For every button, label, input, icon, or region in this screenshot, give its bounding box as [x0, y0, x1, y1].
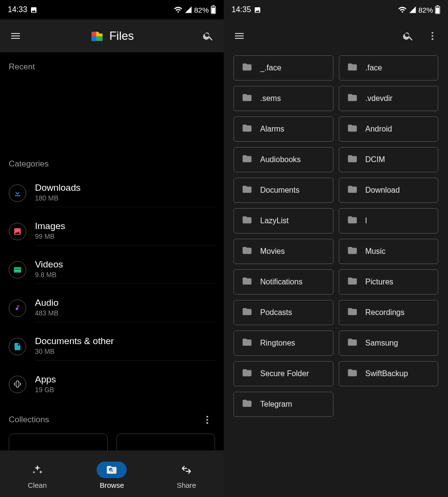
- folder-name: Secure Folder: [260, 369, 309, 378]
- folder-name: Recordings: [365, 308, 405, 317]
- category-size: 30 MB: [35, 348, 215, 355]
- category-item-audio[interactable]: Audio483 MB: [0, 289, 224, 327]
- files-app-folders-screen: 14:35 82%: [224, 0, 448, 497]
- folder-item[interactable]: _.face: [233, 55, 333, 81]
- search-button[interactable]: [398, 25, 419, 47]
- more-options-button[interactable]: [422, 25, 443, 47]
- folder-name: l: [365, 216, 367, 225]
- hamburger-menu-button[interactable]: [5, 25, 26, 47]
- browse-icon: [97, 462, 127, 478]
- svg-point-19: [431, 35, 433, 37]
- category-item-apps[interactable]: Apps19 GB: [0, 365, 224, 403]
- folder-name: Notifications: [260, 278, 302, 286]
- category-item-image[interactable]: Images99 MB: [0, 212, 224, 250]
- svg-rect-1: [212, 8, 215, 14]
- category-size: 483 MB: [35, 309, 215, 317]
- app-bar: Files: [0, 19, 224, 52]
- folder-icon: [347, 153, 358, 166]
- svg-point-13: [206, 419, 208, 421]
- svg-rect-16: [436, 8, 439, 14]
- hamburger-menu-button[interactable]: [229, 25, 250, 47]
- signal-icon: [409, 6, 416, 14]
- folder-name: .sems: [260, 94, 281, 103]
- folder-icon: [347, 215, 358, 227]
- folder-item[interactable]: Telegram: [233, 392, 333, 417]
- share-icon: [171, 462, 201, 478]
- files-logo-icon: [90, 29, 104, 43]
- collection-card[interactable]: [9, 433, 108, 450]
- document-icon: [9, 338, 26, 355]
- folder-name: Alarms: [260, 125, 284, 133]
- nav-clean[interactable]: Clean: [22, 462, 52, 489]
- status-bar: 14:33 82%: [0, 0, 224, 19]
- folder-icon: [242, 184, 252, 197]
- folder-icon: [347, 184, 358, 197]
- folder-icon: [242, 306, 252, 319]
- folder-name: Documents: [260, 186, 299, 195]
- folder-icon: [347, 245, 358, 258]
- folder-name: LazyList: [260, 216, 289, 225]
- status-time: 14:35: [232, 5, 251, 14]
- folder-name: Audiobooks: [260, 155, 301, 164]
- folder-item[interactable]: Secure Folder: [233, 361, 333, 386]
- category-item-download[interactable]: Downloads180 MB: [0, 174, 224, 212]
- recent-empty-area: [0, 77, 224, 149]
- folder-name: DCIM: [365, 155, 385, 164]
- categories-header: Categories: [0, 149, 224, 174]
- svg-rect-17: [437, 5, 439, 6]
- folder-name: Android: [365, 125, 392, 133]
- category-name: Videos: [35, 259, 215, 270]
- image-icon: [9, 223, 26, 240]
- folder-item[interactable]: Download: [339, 178, 439, 203]
- folder-item[interactable]: Android: [339, 116, 439, 142]
- folder-icon: [242, 153, 252, 166]
- folder-item[interactable]: l: [339, 208, 439, 233]
- download-icon: [9, 184, 26, 202]
- nav-browse[interactable]: Browse: [97, 462, 127, 489]
- folder-icon: [347, 306, 358, 319]
- folder-item[interactable]: Pictures: [339, 269, 439, 295]
- folder-item[interactable]: Movies: [233, 239, 333, 264]
- folder-item[interactable]: Podcasts: [233, 300, 333, 325]
- folder-item[interactable]: Ringtones: [233, 331, 333, 356]
- nav-share[interactable]: Share: [171, 462, 201, 489]
- search-button[interactable]: [198, 25, 219, 47]
- folder-name: Ringtones: [260, 339, 295, 348]
- collections-header: Collections: [9, 415, 49, 425]
- folder-item[interactable]: .face: [339, 55, 439, 81]
- category-size: 19 GB: [35, 386, 215, 394]
- svg-point-10: [16, 383, 17, 384]
- category-item-video[interactable]: Videos9.8 MB: [0, 250, 224, 289]
- folder-item[interactable]: Recordings: [339, 300, 439, 325]
- folder-icon: [242, 215, 252, 227]
- folder-item[interactable]: .vdevdir: [339, 86, 439, 111]
- folder-item[interactable]: DCIM: [339, 147, 439, 172]
- collection-card[interactable]: [116, 433, 216, 450]
- category-item-document[interactable]: Documents & other30 MB: [0, 327, 224, 365]
- svg-marker-4: [92, 32, 96, 36]
- svg-point-12: [206, 416, 208, 418]
- folder-item[interactable]: Documents: [233, 178, 333, 203]
- collections-more-button[interactable]: [197, 409, 218, 431]
- folder-item[interactable]: Samsung: [339, 331, 439, 356]
- categories-list: Downloads180 MBImages99 MBVideos9.8 MBAu…: [0, 174, 224, 403]
- browse-body: Recent Categories Downloads180 MBImages9…: [0, 52, 224, 450]
- folder-item[interactable]: Music: [339, 239, 439, 264]
- svg-rect-2: [213, 5, 215, 6]
- folder-icon: [347, 367, 358, 380]
- bottom-nav: CleanBrowseShare: [0, 450, 224, 497]
- folder-item[interactable]: SwiftBackup: [339, 361, 439, 386]
- folder-icon: [347, 276, 358, 288]
- folder-item[interactable]: Notifications: [233, 269, 333, 295]
- folder-item[interactable]: Alarms: [233, 116, 333, 142]
- folder-name: .vdevdir: [365, 94, 393, 103]
- status-battery-percent: 82%: [194, 6, 209, 14]
- folder-item[interactable]: LazyList: [233, 208, 333, 233]
- nav-label: Share: [177, 481, 196, 489]
- status-time: 14:33: [8, 5, 27, 14]
- folder-name: Telegram: [260, 400, 292, 409]
- folder-icon: [242, 62, 252, 74]
- signal-icon: [184, 6, 192, 14]
- folder-item[interactable]: Audiobooks: [233, 147, 333, 172]
- folder-item[interactable]: .sems: [233, 86, 333, 111]
